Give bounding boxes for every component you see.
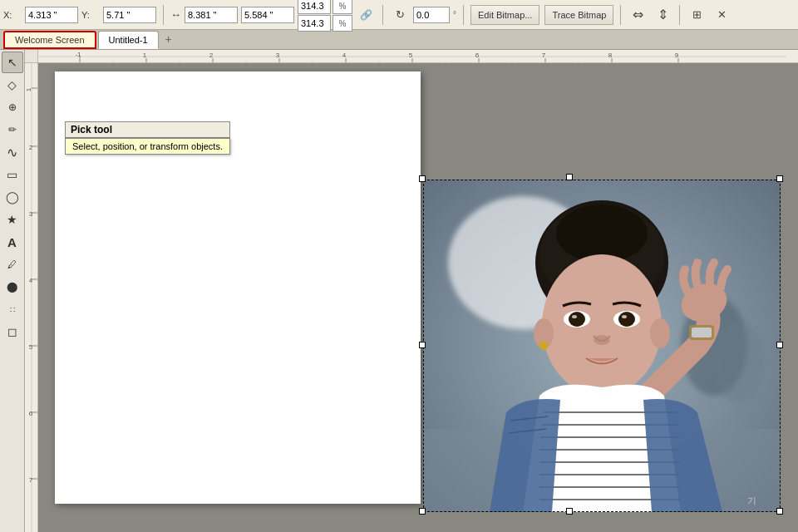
erase-tool-btn[interactable]: ◻ (2, 321, 23, 342)
bezier-tool-btn[interactable]: ∿ (2, 141, 23, 163)
svg-text:1: 1 (25, 87, 32, 91)
photo-image[interactable]: 기 (423, 180, 781, 512)
rotation-input[interactable] (413, 7, 450, 23)
handle-top-left[interactable] (419, 175, 426, 182)
svg-text:1: 1 (143, 52, 147, 59)
svg-point-55 (650, 318, 670, 348)
percent-label: % (332, 0, 352, 14)
svg-text:3: 3 (276, 52, 280, 59)
v-ruler: 1 2 3 4 5 6 7 (25, 63, 38, 532)
y-label: Y: (81, 10, 101, 20)
handle-mid-left[interactable] (419, 342, 426, 348)
pick-tool-tooltip: Pick tool Select, position, or transform… (65, 121, 230, 155)
tab-untitled1-label: Untitled-1 (109, 35, 148, 45)
coord-group: X: Y: (3, 7, 156, 23)
handle-mid-right[interactable] (776, 342, 783, 348)
tab-add-btn[interactable]: + (160, 31, 177, 47)
svg-point-60 (618, 312, 635, 327)
ruler-corner (25, 50, 38, 62)
sep4 (620, 5, 621, 25)
x-coord-field: X: (3, 7, 78, 23)
y-coord-field: Y: (81, 7, 156, 23)
svg-point-63 (594, 335, 610, 345)
svg-text:5: 5 (409, 52, 413, 59)
svg-text:2: 2 (29, 144, 33, 151)
svg-point-53 (542, 254, 662, 396)
svg-text:4: 4 (342, 52, 347, 59)
svg-text:-1: -1 (75, 51, 81, 58)
v-ruler-svg: 1 2 3 4 5 6 7 (25, 63, 38, 532)
tooltip-title: Pick tool (65, 121, 230, 138)
pencil-tool-btn[interactable]: ✏ (2, 119, 23, 140)
svg-text:2: 2 (209, 52, 214, 59)
tab-welcome-screen[interactable]: Welcome Screen (3, 31, 96, 49)
canvas-scroll: 1 2 3 4 5 6 7 (25, 63, 798, 532)
h-ruler: -1 1 2 3 4 5 6 7 (38, 50, 798, 62)
sep1 (163, 5, 164, 25)
svg-text:9: 9 (675, 52, 679, 59)
x-label: X: (3, 10, 23, 20)
width-input[interactable] (185, 7, 238, 23)
lock-ratio-btn[interactable]: 🔗 (356, 5, 376, 25)
svg-point-59 (569, 312, 585, 327)
pick-tool-btn[interactable]: ↖ (2, 52, 23, 73)
photo-svg: 기 (423, 180, 781, 512)
y-input[interactable] (103, 7, 156, 23)
w-percent-input[interactable] (298, 0, 331, 14)
trace-bitmap-btn[interactable]: Trace Bitmap (544, 5, 613, 25)
svg-rect-66 (692, 328, 712, 337)
sep5 (679, 5, 680, 25)
svg-point-51 (556, 204, 648, 263)
text-tool-btn[interactable]: A (2, 231, 23, 253)
star-tool-btn[interactable]: ★ (2, 209, 23, 230)
tooltip-description: Select, position, or transform objects. (65, 138, 230, 155)
svg-text:3: 3 (29, 210, 33, 218)
rect-tool-btn[interactable]: ▭ (2, 164, 23, 185)
edit-bitmap-btn[interactable]: Edit Bitmap... (470, 5, 539, 25)
rotate-cw-icon[interactable]: ↻ (390, 5, 410, 25)
handle-top-center[interactable] (566, 174, 573, 180)
x-input[interactable] (25, 7, 78, 23)
svg-text:5: 5 (29, 343, 33, 351)
size-group: ↔ % % 🔗 (170, 0, 376, 32)
handle-bot-right[interactable] (776, 508, 783, 515)
svg-point-61 (572, 315, 577, 318)
canvas-with-ruler: -1 1 2 3 4 5 6 7 (25, 50, 798, 532)
sep3 (463, 5, 464, 25)
zoom-tool-btn[interactable]: ⊕ (2, 96, 23, 118)
svg-text:7: 7 (29, 476, 33, 484)
rotation-group: ↻ ° (390, 5, 456, 25)
percent-label2: % (332, 15, 352, 32)
svg-point-56 (539, 342, 548, 350)
svg-text:기: 기 (747, 495, 756, 505)
canvas-background[interactable]: 기 Pick tool Select, position, or transfo… (38, 63, 798, 532)
main-area: ↖ ◇ ⊕ ✏ ∿ ▭ ◯ ★ A 🖊 ⬤ ∷ ◻ -1 (0, 50, 798, 532)
handle-bot-left[interactable] (419, 508, 426, 515)
close-transform-btn[interactable]: ✕ (712, 5, 732, 25)
h-percent-input[interactable] (298, 15, 331, 32)
svg-text:7: 7 (542, 52, 546, 59)
grid-btn[interactable]: ⊞ (687, 5, 707, 25)
tab-untitled1[interactable]: Untitled-1 (98, 31, 159, 49)
svg-text:8: 8 (608, 52, 613, 59)
node-tool-btn[interactable]: ◇ (2, 74, 23, 96)
svg-point-62 (622, 315, 627, 318)
left-toolbar: ↖ ◇ ⊕ ✏ ∿ ▭ ◯ ★ A 🖊 ⬤ ∷ ◻ (0, 50, 25, 532)
rotation-unit: ° (453, 10, 456, 19)
handle-top-right[interactable] (776, 175, 783, 182)
flip-h-btn[interactable]: ⇔ (628, 5, 648, 25)
sep2 (382, 5, 383, 25)
height-input[interactable] (241, 7, 294, 23)
eyedropper-tool-btn[interactable]: 🖊 (2, 254, 23, 275)
svg-text:4: 4 (29, 277, 33, 284)
svg-text:6: 6 (475, 52, 480, 59)
width-arrow-icon: ↔ (170, 8, 181, 21)
spray-tool-btn[interactable]: ∷ (2, 298, 23, 320)
main-toolbar: X: Y: ↔ % % 🔗 ↻ ° Ed (0, 0, 798, 30)
bucket-tool-btn[interactable]: ⬤ (2, 276, 23, 298)
h-ruler-svg: -1 1 2 3 4 5 6 7 (38, 50, 798, 62)
ellipse-tool-btn[interactable]: ◯ (2, 186, 23, 208)
tab-bar: Welcome Screen Untitled-1 + (0, 30, 798, 50)
handle-bot-center[interactable] (566, 508, 573, 515)
flip-v-btn[interactable]: ⇕ (653, 5, 672, 25)
